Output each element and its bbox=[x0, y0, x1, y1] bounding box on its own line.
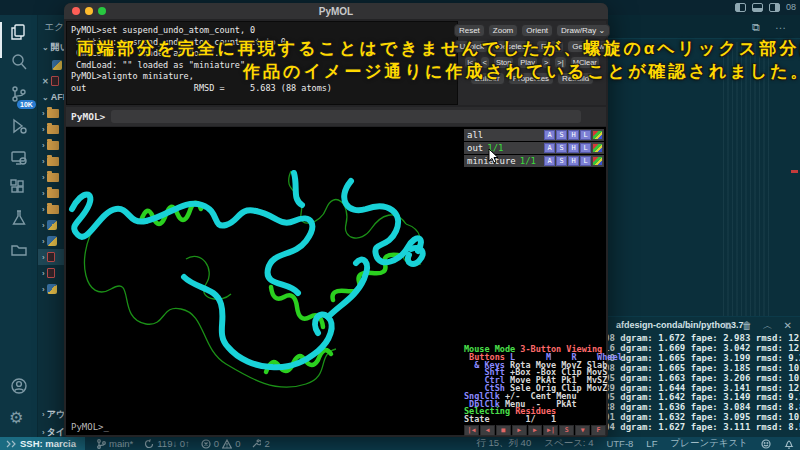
line-col-item[interactable]: 行 15、列 40 bbox=[476, 437, 531, 450]
terminal-actions[interactable]: ＋ ⌄ ⧉ 🗑 ︿ ✕ bbox=[684, 319, 796, 333]
vcr-button[interactable]: ◀ bbox=[480, 425, 495, 436]
tree-item[interactable]: › bbox=[38, 169, 65, 185]
object-button-s[interactable]: S bbox=[556, 143, 567, 153]
workspace-root[interactable]: ⌄AFDES bbox=[38, 89, 65, 105]
vcr-button[interactable]: |◀ bbox=[464, 425, 479, 436]
problems-item[interactable]: 0 0 bbox=[201, 438, 241, 449]
warning-icon bbox=[222, 439, 232, 449]
tree-item[interactable]: › bbox=[38, 233, 65, 249]
titlebar-layout-controls[interactable]: 08 bbox=[729, 2, 796, 12]
chevron-right-icon: › bbox=[42, 109, 45, 118]
test-beaker-icon[interactable] bbox=[9, 208, 29, 228]
tree-item[interactable]: › bbox=[38, 217, 65, 233]
tree-item[interactable]: › bbox=[38, 201, 65, 217]
tree-item[interactable]: › bbox=[38, 249, 65, 265]
toggle-sidebar-icon[interactable] bbox=[735, 3, 746, 12]
vcr-button[interactable]: ▶ bbox=[528, 425, 543, 436]
tree-item[interactable]: › bbox=[38, 265, 65, 281]
run-debug-icon[interactable] bbox=[9, 116, 29, 136]
chevron-right-icon: › bbox=[42, 189, 45, 198]
pymol-button-drawray[interactable]: Draw/Ray ⌄ bbox=[556, 24, 610, 37]
tree-item[interactable]: › bbox=[38, 105, 65, 121]
open-editor-item[interactable] bbox=[38, 57, 65, 73]
vcr-button[interactable]: F bbox=[591, 425, 606, 436]
terminal-panel[interactable]: afdesign-conda/bin/python3.7 ＋ ⌄ ⧉ 🗑 ︿ ✕… bbox=[598, 316, 800, 437]
object-button-l[interactable]: L bbox=[580, 143, 591, 153]
vcr-button[interactable]: ■ bbox=[496, 425, 511, 436]
notifications-bell-icon[interactable] bbox=[784, 439, 794, 449]
account-icon[interactable] bbox=[9, 376, 29, 396]
search-icon[interactable] bbox=[9, 52, 29, 72]
pymol-titlebar[interactable]: PyMOL bbox=[64, 3, 608, 19]
tree-item[interactable]: › bbox=[38, 153, 65, 169]
vcr-button[interactable]: ▼ bbox=[575, 425, 590, 436]
zoom-traffic-light[interactable] bbox=[98, 7, 106, 15]
object-actions: ASHL bbox=[544, 143, 603, 153]
object-button-c[interactable] bbox=[592, 156, 603, 166]
explorer-icon[interactable] bbox=[9, 22, 29, 42]
chevron-right-icon: › bbox=[42, 157, 45, 166]
object-button-h[interactable]: H bbox=[568, 156, 579, 166]
pymol-button-reset[interactable]: Reset bbox=[454, 24, 485, 37]
vcr-button[interactable]: ▶ bbox=[512, 425, 527, 436]
tree-item[interactable]: › bbox=[38, 185, 65, 201]
vcr-button[interactable]: S bbox=[559, 425, 574, 436]
object-button-s[interactable]: S bbox=[556, 156, 567, 166]
feedback-icon[interactable] bbox=[761, 439, 771, 449]
pymol-viewport[interactable]: PyMOL>_ allASHLout1/1ASHLminiature1/1ASH… bbox=[66, 127, 606, 435]
language-item[interactable]: プレーンテキスト bbox=[670, 437, 748, 450]
timeline-section[interactable]: ›タイム bbox=[38, 424, 65, 437]
object-row[interactable]: miniature1/1ASHL bbox=[464, 155, 604, 167]
sidebar-header: エクスプローラー bbox=[38, 19, 65, 35]
command-input[interactable] bbox=[111, 110, 581, 123]
indent-item[interactable]: スペース: 4 bbox=[544, 437, 593, 450]
object-button-h[interactable]: H bbox=[568, 130, 579, 140]
tree-item[interactable]: › bbox=[38, 137, 65, 153]
close-traffic-light[interactable] bbox=[72, 7, 80, 15]
object-button-h[interactable]: H bbox=[568, 143, 579, 153]
pymol-button-zoom[interactable]: Zoom bbox=[488, 24, 518, 37]
vcr-button[interactable]: ▶| bbox=[543, 425, 558, 436]
object-button-c[interactable] bbox=[592, 143, 603, 153]
object-button-l[interactable]: L bbox=[580, 156, 591, 166]
branch-item[interactable]: main* bbox=[96, 438, 133, 449]
object-button-a[interactable]: A bbox=[544, 130, 555, 140]
gui-button-row: ResetZoomOrientDraw/Ray ⌄ bbox=[458, 24, 606, 37]
object-row[interactable]: out1/1ASHL bbox=[464, 142, 604, 154]
tree-item[interactable]: › bbox=[38, 121, 65, 137]
outline-section[interactable]: ›アウト bbox=[38, 406, 65, 422]
object-button-s[interactable]: S bbox=[556, 130, 567, 140]
open-editors-section[interactable]: ⌄開いて bbox=[38, 39, 65, 55]
object-button-l[interactable]: L bbox=[580, 130, 591, 140]
editor-actions[interactable]: ⧉ ⋯ bbox=[752, 21, 792, 34]
toggle-panel-icon[interactable] bbox=[752, 3, 763, 12]
scm-badge: 10K bbox=[17, 100, 36, 109]
chevron-right-icon: › bbox=[42, 205, 45, 214]
protein-structure bbox=[66, 129, 462, 425]
extensions-icon[interactable] bbox=[9, 178, 29, 198]
chevron-right-icon: › bbox=[42, 173, 45, 182]
object-row[interactable]: allASHL bbox=[464, 129, 604, 141]
encoding-item[interactable]: UTF-8 bbox=[606, 438, 633, 449]
remote-folder-icon[interactable] bbox=[9, 240, 29, 260]
remote-indicator[interactable]: SSH: marcia bbox=[0, 437, 85, 450]
eol-item[interactable]: LF bbox=[646, 438, 657, 449]
minimap[interactable] bbox=[723, 42, 769, 316]
sync-item[interactable]: 119↓ 0↑ bbox=[144, 438, 190, 449]
remote-explorer-icon[interactable] bbox=[9, 148, 29, 168]
object-name: out bbox=[467, 143, 483, 153]
pymol-button-orient[interactable]: Orient bbox=[521, 24, 553, 37]
tools-item[interactable]: 2 bbox=[251, 438, 269, 449]
object-button-c[interactable] bbox=[592, 130, 603, 140]
minimize-traffic-light[interactable] bbox=[85, 7, 93, 15]
folder-icon bbox=[47, 157, 59, 166]
close-icon[interactable]: ✕ bbox=[42, 77, 49, 86]
object-button-a[interactable]: A bbox=[544, 143, 555, 153]
object-button-a[interactable]: A bbox=[544, 156, 555, 166]
open-editor-item[interactable]: ✕ bbox=[38, 73, 65, 89]
tree-item[interactable]: › bbox=[38, 281, 65, 297]
toggle-secondary-sidebar-icon[interactable] bbox=[769, 3, 780, 12]
prompt-label: PyMOL> bbox=[71, 111, 105, 122]
python-file-icon bbox=[47, 236, 57, 246]
settings-gear-icon[interactable]: ⚙ bbox=[9, 408, 29, 428]
